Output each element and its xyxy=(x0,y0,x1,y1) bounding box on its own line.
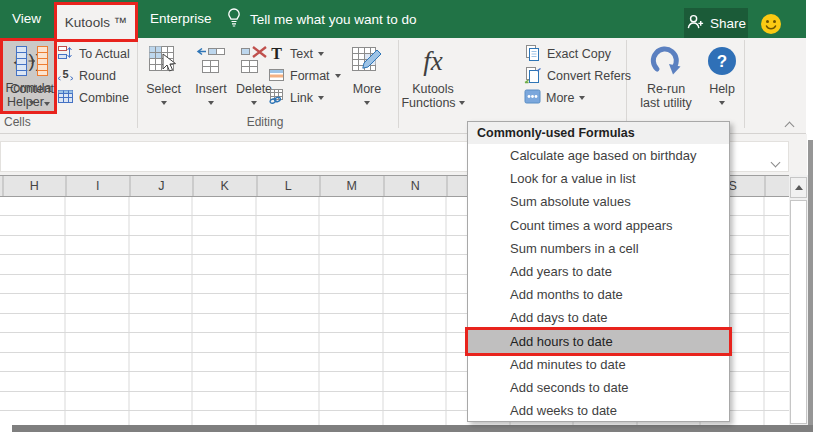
lightbulb-icon xyxy=(226,7,242,32)
convert-refers-label: Convert Refers xyxy=(547,69,631,83)
exact-copy-label: Exact Copy xyxy=(547,47,611,61)
group-separator xyxy=(744,40,745,128)
to-actual-label: To Actual xyxy=(79,47,130,61)
menu-section-header: Commonly-used Formulas xyxy=(468,122,729,144)
select-dropdown-arrow[interactable] xyxy=(161,101,167,105)
svg-text:?: ? xyxy=(717,52,727,71)
round-icon: 5 xyxy=(57,66,74,86)
content-columns-icon xyxy=(14,40,50,82)
menu-item[interactable]: Sum absolute values xyxy=(468,190,729,213)
bottom-window-shadow xyxy=(12,425,813,432)
exact-copy-button[interactable]: Exact Copy xyxy=(524,44,611,64)
link-chain-icon xyxy=(268,88,285,108)
help-dropdown-arrow[interactable] xyxy=(719,101,725,105)
menu-item[interactable]: Add weeks to date xyxy=(468,399,729,422)
format-button[interactable]: Format xyxy=(268,66,341,86)
content-button[interactable]: Content xyxy=(8,40,56,114)
column-header[interactable]: N xyxy=(384,176,448,196)
smiley-feedback-icon[interactable] xyxy=(760,13,782,39)
to-actual-button[interactable]: To Actual xyxy=(57,44,130,64)
excel-window: View Enterprise Tell me what you want to… xyxy=(0,0,813,432)
menu-item[interactable]: Calculate age based on birthday xyxy=(468,144,729,167)
right-window-shadow xyxy=(808,140,813,432)
column-header[interactable]: I xyxy=(66,176,130,196)
link-button[interactable]: Link xyxy=(268,88,324,108)
more-kutools-dropdown-arrow[interactable] xyxy=(579,96,585,100)
more-editing-button[interactable]: More xyxy=(342,40,392,114)
help-question-icon: ? xyxy=(706,40,738,82)
text-button[interactable]: T Text xyxy=(268,44,324,64)
format-label: Format xyxy=(290,69,330,83)
more-kutools-label: More xyxy=(546,91,574,105)
tell-me-box[interactable]: Tell me what you want to do xyxy=(226,0,417,38)
column-header[interactable]: M xyxy=(320,176,384,196)
help-label: Help xyxy=(709,82,735,96)
scroll-up-button[interactable] xyxy=(790,177,807,198)
formula-bar-expand-chevron-icon[interactable] xyxy=(772,152,779,170)
vertical-scrollbar[interactable] xyxy=(789,175,808,425)
svg-text:5: 5 xyxy=(62,68,68,80)
more-kutools-button[interactable]: More xyxy=(524,88,585,108)
kutools-functions-label-2: Functions xyxy=(401,96,455,110)
menu-item[interactable]: Add seconds to date xyxy=(468,376,729,399)
combine-button[interactable]: Combine xyxy=(57,88,129,108)
menu-item[interactable]: Add years to date xyxy=(468,260,729,283)
help-button[interactable]: ? Help xyxy=(700,40,744,114)
round-label: Round xyxy=(79,69,116,83)
menu-item[interactable]: Look for a value in list xyxy=(468,167,729,190)
convert-refers-button[interactable]: Convert Refers xyxy=(524,66,631,86)
insert-dropdown-arrow[interactable] xyxy=(208,101,214,105)
column-header[interactable]: L xyxy=(257,176,321,196)
tab-enterprise[interactable]: Enterprise xyxy=(144,0,218,38)
more-editing-dropdown-arrow[interactable] xyxy=(364,101,370,105)
content-label: Content xyxy=(10,82,54,96)
share-button[interactable]: Share xyxy=(684,8,748,38)
delete-dropdown-arrow[interactable] xyxy=(251,101,257,105)
combine-icon xyxy=(57,88,74,108)
rerun-last-utility-button[interactable]: Re-run last utility xyxy=(630,40,702,114)
delete-label: Delete xyxy=(236,82,272,96)
menu-item[interactable]: Add hours to date xyxy=(468,330,729,353)
rerun-label-2: last utility xyxy=(640,96,691,110)
share-person-icon xyxy=(686,12,705,34)
tab-kutools-active-with-red-annotation[interactable]: Kutools ™ xyxy=(54,2,138,42)
convert-refers-icon xyxy=(524,66,542,87)
kutools-functions-button[interactable]: fx Kutools Functions xyxy=(401,40,465,114)
more-editing-pencil-icon xyxy=(350,40,384,82)
format-dropdown-arrow[interactable] xyxy=(335,74,341,78)
menu-item[interactable]: Count times a word appears xyxy=(468,214,729,237)
select-cells-icon xyxy=(147,40,181,82)
format-icon xyxy=(268,66,285,86)
collapse-ribbon-chevron-up-icon[interactable] xyxy=(786,116,793,134)
scrollbar-thumb[interactable] xyxy=(790,200,807,424)
content-dropdown-arrow[interactable] xyxy=(29,101,35,105)
fx-icon: fx xyxy=(423,46,443,77)
formula-helper-dropdown-menu: Commonly-used Formulas Calculate age bas… xyxy=(467,121,730,422)
to-actual-icon xyxy=(57,44,74,64)
group-separator xyxy=(398,40,399,128)
column-header[interactable]: K xyxy=(193,176,257,196)
column-header[interactable]: H xyxy=(3,176,67,196)
insert-cells-icon xyxy=(196,40,226,82)
editing-group-label: Editing xyxy=(225,115,305,129)
more-dots-icon xyxy=(524,88,541,108)
cells-group-label: Cells xyxy=(4,115,31,129)
menu-item[interactable]: Add months to date xyxy=(468,283,729,306)
kutools-functions-dropdown-arrow[interactable] xyxy=(459,101,465,105)
kutools-functions-label-1: Kutools xyxy=(412,82,454,96)
text-T-icon: T xyxy=(268,45,285,63)
menu-item[interactable]: Sum numbers in a cell xyxy=(468,237,729,260)
insert-button[interactable]: Insert xyxy=(189,40,233,114)
delete-cells-icon xyxy=(238,40,270,82)
select-button[interactable]: Select xyxy=(140,40,187,114)
combine-label: Combine xyxy=(79,91,129,105)
scroll-up-arrow-icon xyxy=(795,185,803,190)
tab-view[interactable]: View xyxy=(6,0,47,38)
menu-item[interactable]: Add days to date xyxy=(468,306,729,329)
round-button[interactable]: 5 Round xyxy=(57,66,116,86)
share-label: Share xyxy=(710,16,746,31)
link-dropdown-arrow[interactable] xyxy=(318,96,324,100)
column-header[interactable]: J xyxy=(130,176,194,196)
text-dropdown-arrow[interactable] xyxy=(318,52,324,56)
menu-item[interactable]: Add minutes to date xyxy=(468,353,729,376)
